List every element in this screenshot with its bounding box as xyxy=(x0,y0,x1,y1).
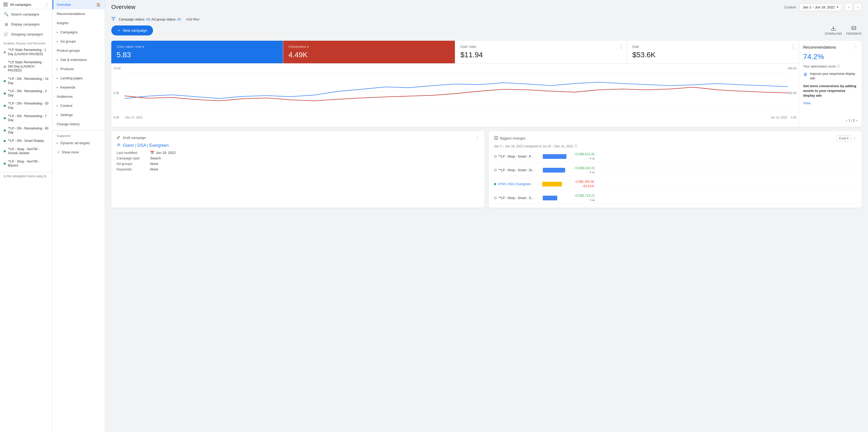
metric-label: Conversions ▾ xyxy=(288,45,450,49)
secondary-nav-campaigns[interactable]: ▸ Campaigns xyxy=(53,28,105,37)
expand-icon: ▸ xyxy=(57,40,58,43)
sidebar-item-search[interactable]: 🔍 Search campaigns xyxy=(0,9,52,19)
status-dot xyxy=(4,66,6,68)
more-options-icon[interactable]: ⋮ xyxy=(619,44,624,50)
more-options-icon[interactable]: ⋮ xyxy=(791,44,796,50)
view-link[interactable]: View xyxy=(803,101,858,105)
dropdown-arrow-icon[interactable]: ▾ xyxy=(307,45,309,49)
expand-icon: ▸ xyxy=(57,67,58,70)
keywords-label: Keywords xyxy=(60,85,75,89)
status-dot xyxy=(494,197,497,199)
status-dot xyxy=(4,92,6,94)
info-icon: ⓘ xyxy=(837,64,840,68)
settings-label: Settings xyxy=(60,113,73,117)
campaign-item[interactable]: **LP - DN - Remarketing - 90 Day xyxy=(0,124,52,137)
chart-container: 10.00 5.00 0.00 400.00 200.00 0.00 xyxy=(111,63,799,127)
campaign-status-link[interactable]: All xyxy=(146,17,150,21)
next-date-button[interactable]: › xyxy=(854,3,862,11)
secondary-nav-audiences[interactable]: Audiences xyxy=(53,92,105,101)
campaign-item[interactable]: **LP - DN - Remarketing - 7 Day xyxy=(0,112,52,124)
draft-icon xyxy=(117,135,121,140)
secondary-nav-settings[interactable]: ▸ Settings xyxy=(53,110,105,119)
change-campaign-name: **LP - Shop - Smart - P... xyxy=(499,155,541,159)
show-more-label: Show more xyxy=(62,150,79,154)
changes-icon xyxy=(494,136,498,141)
change-bar xyxy=(543,196,557,200)
secondary-nav-recommendations[interactable]: Recommendations xyxy=(53,9,105,19)
shopping-campaigns-icon: 🛒 xyxy=(4,32,8,36)
secondary-sidebar: Overview 🏠 Recommendations Insights ▸ Ca… xyxy=(53,0,105,432)
feedback-icon xyxy=(851,26,857,31)
secondary-nav-dynamic-ad-targets[interactable]: ▸ Dynamic ad targets xyxy=(53,138,105,148)
suggested-label: Suggested xyxy=(53,132,105,138)
divider xyxy=(53,130,105,131)
campaign-item[interactable]: **LP - DN - Smart Display xyxy=(0,137,52,145)
status-dot xyxy=(4,117,6,119)
draft-campaign-title[interactable]: Giann | DSA | Evergreen xyxy=(117,143,479,148)
campaign-item[interactable]: **LP - DN - Remarketing - 3 Day xyxy=(0,87,52,99)
secondary-nav-change-history[interactable]: Change history xyxy=(53,119,105,129)
ad-group-status-link[interactable]: All xyxy=(177,17,181,21)
rec-item-heading: Get more conversions by adding assets to… xyxy=(803,84,858,98)
show-more-button[interactable]: ＋ Show more xyxy=(53,148,105,156)
date-range-picker[interactable]: Jan 1 – Jun 18, 2022 ▾ xyxy=(800,3,842,11)
secondary-nav-keywords[interactable]: ▸ Keywords xyxy=(53,83,105,92)
shopping-campaigns-label: Shopping campaigns xyxy=(11,32,43,36)
ad-groups-value: None xyxy=(150,162,158,166)
change-bar-container xyxy=(542,182,566,186)
prev-date-button[interactable]: ‹ xyxy=(845,3,853,11)
secondary-nav-ads-extensions[interactable]: ▸ Ads & extensions xyxy=(53,55,105,64)
campaign-item[interactable]: **LP Static Remarketing - 1 Day (LAUNCH … xyxy=(0,46,52,58)
plus-icon: ＋ xyxy=(117,28,121,33)
recommendation-item-1: 🖥 Improve your responsive display ads xyxy=(803,72,858,81)
filter-icon[interactable] xyxy=(111,17,116,22)
secondary-nav-products[interactable]: ▸ Products xyxy=(53,64,105,74)
next-rec-button[interactable]: › xyxy=(856,118,858,123)
add-filter-button[interactable]: Add filter xyxy=(184,16,202,22)
sidebar-header[interactable]: All campaigns ⋮ xyxy=(0,0,52,9)
prev-rec-button[interactable]: ‹ xyxy=(846,118,847,123)
main-content: Overview Custom Jan 1 – Jun 18, 2022 ▾ ‹… xyxy=(105,0,868,432)
campaign-item[interactable]: **LP Static Remarketing - 540 Day (LAUNC… xyxy=(0,58,52,75)
secondary-nav-content[interactable]: ▸ Content xyxy=(53,101,105,110)
expand-icon: ▸ xyxy=(57,58,58,61)
change-campaign-name: HYM | DSA | Evergreen xyxy=(498,182,540,186)
ad-groups-row: Ad groups: None xyxy=(117,162,479,166)
status-dot xyxy=(4,163,6,165)
feedback-button[interactable]: FEEDBACK xyxy=(846,26,862,35)
top-bar: Overview Custom Jan 1 – Jun 18, 2022 ▾ ‹… xyxy=(105,0,868,14)
secondary-nav-overview[interactable]: Overview 🏠 xyxy=(53,0,105,9)
content-label: Content xyxy=(60,104,72,108)
page-title: Overview xyxy=(111,4,135,10)
keywords-row: Keywords: None xyxy=(117,167,479,171)
optimization-score-row: 74.2% xyxy=(803,53,858,61)
campaigns-section-label: Enabled, Paused, and Removed xyxy=(0,39,52,46)
metric-conversions: Conversions ▾ 4.49K xyxy=(283,41,455,63)
campaign-item[interactable]: **LP - Shop - NonTM - Blazers xyxy=(0,157,52,170)
display-campaigns-label: Display campaigns xyxy=(11,22,40,26)
campaign-item[interactable]: **LP - DN - Remarketing - 14 Day xyxy=(0,75,52,87)
changes-more-icon[interactable]: ⋮ xyxy=(853,136,857,140)
secondary-nav-insights[interactable]: Insights xyxy=(53,19,105,28)
x-axis-labels: Dec 27, 2021 Jun 13, 2022 xyxy=(124,116,788,119)
secondary-nav-product-groups[interactable]: Product groups xyxy=(53,46,105,55)
campaign-item[interactable]: **LP - Shop - NonTM - Anorak Jackets xyxy=(0,145,52,157)
cost-dropdown[interactable]: Cost ▾ xyxy=(837,135,851,141)
new-campaign-button[interactable]: ＋ New campaign xyxy=(111,26,153,35)
all-campaigns-label: All campaigns xyxy=(10,3,42,6)
secondary-nav-ad-groups[interactable]: ▸ Ad groups xyxy=(53,37,105,46)
date-nav-arrows: ‹ › xyxy=(845,3,862,11)
more-vert-icon[interactable]: ⋮ xyxy=(44,2,49,7)
recommendations-nav-label: Recommendations xyxy=(57,12,85,16)
change-bar xyxy=(542,182,562,186)
draft-more-icon[interactable]: ⋮ xyxy=(476,136,479,140)
campaign-item[interactable]: **LP - DN - Remarketing - 30 Day xyxy=(0,99,52,112)
sidebar-item-display[interactable]: 🖥 Display campaigns xyxy=(0,19,52,29)
secondary-nav-landing-pages[interactable]: ▸ Landing pages xyxy=(53,74,105,83)
rec-more-icon[interactable]: ⋮ xyxy=(854,45,858,49)
dropdown-arrow-icon[interactable]: ▾ xyxy=(143,45,144,49)
ad-groups-label: Ad groups xyxy=(60,39,76,43)
sidebar-item-shopping[interactable]: 🛒 Shopping campaigns xyxy=(0,29,52,39)
download-button[interactable]: DOWNLOAD xyxy=(825,26,842,35)
download-icon xyxy=(831,26,836,31)
